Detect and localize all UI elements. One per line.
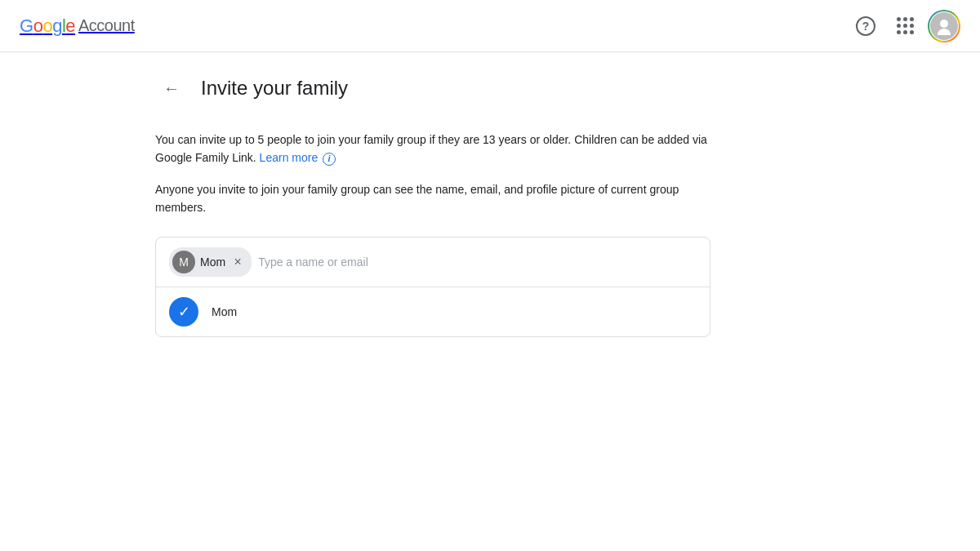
dot xyxy=(903,17,907,21)
chip-avatar: M xyxy=(172,251,195,273)
help-button[interactable]: ? xyxy=(849,10,882,42)
description-1-text: You can invite up to 5 people to join yo… xyxy=(155,133,707,164)
learn-more-label: Learn more xyxy=(260,151,318,164)
chip-close-button[interactable]: × xyxy=(230,255,245,269)
apps-button[interactable] xyxy=(889,10,921,42)
description-1: You can invite up to 5 people to join yo… xyxy=(155,131,710,167)
dot xyxy=(903,30,907,34)
dropdown-scroll-area[interactable]: ✓ Mom xyxy=(156,287,710,336)
avatar-person-icon xyxy=(935,17,953,35)
back-arrow-icon: ← xyxy=(163,79,180,98)
invite-box: M Mom × ✓ Mom xyxy=(155,237,710,337)
checkmark-icon: ✓ xyxy=(178,303,190,321)
logo-letter-o2: o xyxy=(42,16,52,37)
google-logo[interactable]: G o o g l e Account xyxy=(20,16,135,37)
dot xyxy=(910,17,914,21)
page-title: Invite your family xyxy=(201,77,348,100)
header-right: ? xyxy=(849,10,960,42)
logo-letter-g2: g xyxy=(52,16,62,37)
dot xyxy=(910,30,914,34)
main-content: ← Invite your family You can invite up t… xyxy=(122,52,858,357)
list-item[interactable]: ✓ Mom xyxy=(156,287,710,336)
check-circle-icon: ✓ xyxy=(169,297,198,327)
logo-letter-g: G xyxy=(20,16,33,37)
invite-input-row: M Mom × xyxy=(156,238,710,287)
logo-letter-o1: o xyxy=(33,16,43,37)
chip-initial: M xyxy=(179,256,189,269)
invite-dropdown: ✓ Mom xyxy=(156,287,710,336)
description-2: Anyone you invite to join your family gr… xyxy=(155,180,710,217)
chip-name: Mom xyxy=(200,256,225,269)
logo-account-label: Account xyxy=(78,16,135,35)
avatar-circle xyxy=(930,12,958,40)
dot xyxy=(903,24,907,28)
dot xyxy=(897,24,901,28)
info-circle-icon: i xyxy=(323,153,336,166)
invite-input[interactable] xyxy=(258,252,697,272)
dot xyxy=(897,30,901,34)
header-left: G o o g l e Account xyxy=(20,16,135,37)
header: G o o g l e Account ? xyxy=(0,0,980,52)
dot xyxy=(910,24,914,28)
dropdown-item-name: Mom xyxy=(212,305,237,318)
help-icon: ? xyxy=(856,16,875,36)
avatar-head xyxy=(940,20,948,28)
apps-grid-icon xyxy=(897,17,914,34)
account-avatar-button[interactable] xyxy=(928,10,960,42)
page-header: ← Invite your family xyxy=(155,72,825,104)
invite-chip: M Mom × xyxy=(169,247,252,277)
learn-more-link[interactable]: Learn more i xyxy=(260,151,336,164)
back-button[interactable]: ← xyxy=(155,72,188,104)
logo-letter-e: e xyxy=(65,16,75,37)
dot xyxy=(897,17,901,21)
avatar-body xyxy=(938,29,951,35)
